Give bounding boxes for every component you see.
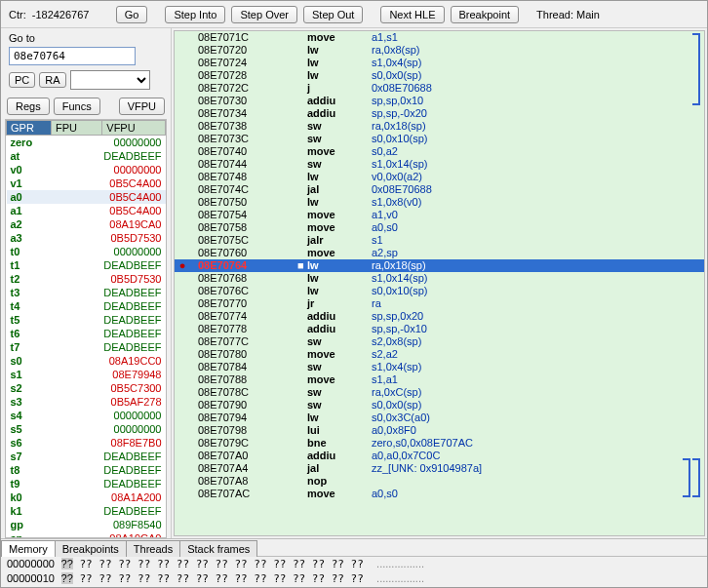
left-panel: Go to PC RA Regs Funcs VFPU GPR FPU VFPU…: [1, 28, 172, 538]
reg-row[interactable]: s608F8E7B0: [7, 436, 166, 450]
reg-row[interactable]: t8DEADBEEF: [7, 463, 166, 477]
bottom-panel: Memory Breakpoints Threads Stack frames …: [1, 538, 707, 587]
ctr-label: Ctr:: [9, 9, 26, 20]
step-out-button[interactable]: Step Out: [303, 6, 363, 23]
disasm-row[interactable]: 08E70720 lwra,0x8(sp): [175, 44, 704, 57]
tab-stackframes[interactable]: Stack frames: [179, 540, 257, 557]
disasm-row[interactable]: 08E7071C movea1,s1: [175, 31, 704, 44]
reg-col-fpu[interactable]: FPU: [52, 121, 102, 136]
tab-breakpoints[interactable]: Breakpoints: [55, 540, 127, 557]
breakpoint-button[interactable]: Breakpoint: [451, 6, 520, 23]
tab-regs[interactable]: Regs: [7, 98, 50, 115]
tab-funcs[interactable]: Funcs: [54, 98, 100, 115]
disasm-row[interactable]: 08E70768 lws1,0x14(sp): [175, 272, 704, 285]
step-over-button[interactable]: Step Over: [231, 6, 297, 23]
disasm-row[interactable]: 08E70770 jrra: [175, 297, 704, 310]
reg-row[interactable]: s108E79948: [7, 368, 166, 381]
thread-label: Thread: Main: [536, 9, 600, 20]
next-hle-button[interactable]: Next HLE: [380, 6, 444, 23]
disasm-row[interactable]: ●08E70764■lwra,0x18(sp): [175, 259, 704, 272]
disasm-row[interactable]: 08E707A8 nop: [175, 475, 704, 488]
reg-row[interactable]: t9DEADBEEF: [7, 477, 166, 490]
reg-row[interactable]: sp08A19CA0: [7, 531, 166, 538]
disasm-row[interactable]: 08E70738 swra,0x18(sp): [175, 120, 704, 133]
reg-row[interactable]: s008A19CC0: [7, 354, 166, 368]
disasm-row[interactable]: 08E70734 addiusp,sp,-0x20: [175, 107, 704, 120]
disasm-row[interactable]: 08E7076C lws0,0x10(sp): [175, 285, 704, 297]
reg-row[interactable]: zero00000000: [7, 136, 166, 150]
disasm-row[interactable]: 08E7078C swra,0xC(sp): [175, 386, 704, 399]
reg-row[interactable]: v000000000: [7, 163, 166, 176]
disasm-row[interactable]: 08E70730 addiusp,sp,0x10: [175, 95, 704, 107]
reg-row[interactable]: s7DEADBEEF: [7, 450, 166, 463]
reg-col-vfpu[interactable]: VFPU: [102, 121, 166, 136]
register-list[interactable]: GPR FPU VFPU zero00000000atDEADBEEFv0000…: [5, 119, 167, 538]
disasm-row[interactable]: 08E70740 moves0,a2: [175, 145, 704, 158]
disasm-row[interactable]: 08E70794 lws0,0x3C(a0): [175, 412, 704, 424]
reg-row[interactable]: t5DEADBEEF: [7, 313, 166, 327]
reg-row[interactable]: a10B5C4A00: [7, 204, 166, 217]
reg-row[interactable]: t7DEADBEEF: [7, 340, 166, 354]
reg-row[interactable]: s500000000: [7, 422, 166, 436]
disasm-row[interactable]: 08E7077C sws2,0x8(sp): [175, 335, 704, 348]
disasm-row[interactable]: 08E70754 movea1,v0: [175, 209, 704, 221]
goto-label: Go to: [9, 32, 163, 44]
reg-header-row: GPR FPU VFPU: [7, 121, 166, 136]
reg-row[interactable]: t000000000: [7, 245, 166, 258]
tab-vfpu[interactable]: VFPU: [119, 98, 165, 115]
disasm-row[interactable]: 08E70758 movea0,s0: [175, 221, 704, 234]
pc-button[interactable]: PC: [9, 72, 35, 88]
tab-threads[interactable]: Threads: [126, 540, 180, 557]
goto-select[interactable]: [70, 70, 150, 90]
reg-row[interactable]: a30B5D7530: [7, 231, 166, 245]
disasm-row[interactable]: 08E70748 lwv0,0x0(a2): [175, 171, 704, 183]
disasm-row[interactable]: 08E70760 movea2,sp: [175, 247, 704, 259]
disasm-row[interactable]: 08E707A4 jalzz_[UNK: 0x9104987a]: [175, 462, 704, 475]
disasm-row[interactable]: 08E70780 moves2,a2: [175, 348, 704, 361]
reg-row[interactable]: t6DEADBEEF: [7, 327, 166, 340]
main-toolbar: Ctr: -182426767 Go Step Into Step Over S…: [1, 1, 707, 28]
reg-row[interactable]: t1DEADBEEF: [7, 258, 166, 272]
disasm-row[interactable]: 08E70798 luia0,0x8F0: [175, 424, 704, 437]
reg-row[interactable]: gp089F8540: [7, 518, 166, 531]
disasm-row[interactable]: 08E7072C j0x08E70688: [175, 82, 704, 95]
reg-row[interactable]: s30B5AF278: [7, 395, 166, 409]
reg-row[interactable]: v10B5C4A00: [7, 176, 166, 190]
step-into-button[interactable]: Step Into: [165, 6, 225, 23]
disasm-row[interactable]: 08E707AC movea0,s0: [175, 488, 704, 500]
tab-memory[interactable]: Memory: [1, 540, 56, 557]
reg-row[interactable]: s20B5C7300: [7, 381, 166, 395]
disasm-row[interactable]: 08E707A0 addiua0,a0,0x7C0C: [175, 450, 704, 462]
disasm-row[interactable]: 08E70784 sws1,0x4(sp): [175, 361, 704, 373]
disasm-row[interactable]: 08E70728 lws0,0x0(sp): [175, 69, 704, 82]
reg-row[interactable]: t4DEADBEEF: [7, 299, 166, 313]
disasm-row[interactable]: 08E70724 lws1,0x4(sp): [175, 57, 704, 69]
disassembly-view[interactable]: 08E7071C movea1,s1 08E70720 lwra,0x8(sp)…: [174, 30, 705, 536]
reg-row[interactable]: k008A1A200: [7, 490, 166, 504]
reg-row[interactable]: a00B5C4A00: [7, 190, 166, 204]
disasm-row[interactable]: 08E7073C sws0,0x10(sp): [175, 133, 704, 145]
memory-row[interactable]: 00000000 ?? ?? ?? ?? ?? ?? ?? ?? ?? ?? ?…: [1, 557, 707, 571]
disasm-row[interactable]: 08E70790 sws0,0x0(sp): [175, 399, 704, 412]
reg-row[interactable]: k1DEADBEEF: [7, 504, 166, 518]
go-button[interactable]: Go: [116, 6, 148, 23]
disasm-row[interactable]: 08E70750 lws1,0x8(v0): [175, 196, 704, 209]
disasm-row[interactable]: 08E7074C jal0x08E70688: [175, 183, 704, 196]
ra-button[interactable]: RA: [39, 72, 65, 88]
memory-row[interactable]: 00000010 ?? ?? ?? ?? ?? ?? ?? ?? ?? ?? ?…: [1, 571, 707, 586]
disasm-row[interactable]: 08E70778 addiusp,sp,-0x10: [175, 323, 704, 335]
reg-row[interactable]: s400000000: [7, 409, 166, 422]
disasm-row[interactable]: 08E7079C bnezero,s0,0x08E707AC: [175, 437, 704, 450]
goto-input[interactable]: [9, 47, 136, 65]
disasm-row[interactable]: 08E70774 addiusp,sp,0x20: [175, 310, 704, 323]
disasm-row[interactable]: 08E70744 sws1,0x14(sp): [175, 158, 704, 171]
reg-row[interactable]: t3DEADBEEF: [7, 286, 166, 299]
reg-row[interactable]: a208A19CA0: [7, 217, 166, 231]
disasm-row[interactable]: 08E70788 moves1,a1: [175, 373, 704, 386]
reg-col-gpr[interactable]: GPR: [7, 121, 52, 136]
memory-view[interactable]: 00000000 ?? ?? ?? ?? ?? ?? ?? ?? ?? ?? ?…: [1, 557, 707, 586]
disasm-row[interactable]: 08E7075C jalrs1: [175, 234, 704, 247]
ctr-value: -182426767: [32, 9, 110, 20]
reg-row[interactable]: t20B5D7530: [7, 272, 166, 286]
reg-row[interactable]: atDEADBEEF: [7, 149, 166, 163]
